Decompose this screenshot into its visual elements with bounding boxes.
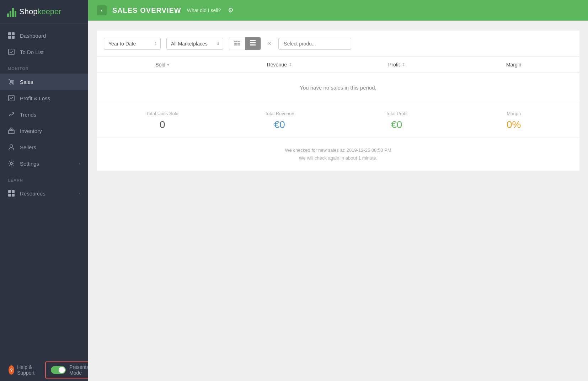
view-toggle-group xyxy=(229,37,261,50)
sidebar-item-sellers[interactable]: Sellers xyxy=(0,139,88,155)
sidebar-item-label: Profit & Loss xyxy=(20,95,50,101)
presentation-mode-toggle[interactable] xyxy=(51,366,66,374)
dashboard-icon xyxy=(8,32,15,39)
svg-rect-0 xyxy=(7,14,9,17)
svg-rect-32 xyxy=(250,40,256,41)
product-search-input[interactable] xyxy=(278,38,351,50)
svg-rect-31 xyxy=(237,44,240,45)
svg-rect-26 xyxy=(234,41,237,42)
help-label: Help & Support xyxy=(17,364,38,376)
svg-rect-25 xyxy=(12,194,15,197)
col-header-profit: Profit ⇕ xyxy=(338,62,455,68)
back-button[interactable]: ‹ xyxy=(97,5,107,15)
svg-rect-34 xyxy=(250,44,256,45)
sidebar: Shopkeeper Dashboard To Do xyxy=(0,0,88,381)
clear-filter-button[interactable]: × xyxy=(267,41,273,47)
sales-icon xyxy=(8,78,15,85)
sidebar-section-learn: LEARN xyxy=(0,172,88,185)
svg-line-15 xyxy=(11,98,12,98)
empty-message: You have no sales in this period. xyxy=(97,73,579,102)
summary-label-sold: Total Units Sold xyxy=(104,111,221,116)
svg-rect-23 xyxy=(12,190,15,193)
profit-loss-icon xyxy=(8,95,15,102)
sidebar-item-resources[interactable]: Resources ‹ xyxy=(0,185,88,202)
trends-icon xyxy=(8,111,15,118)
sidebar-item-label: Resources xyxy=(20,190,46,197)
topbar: ‹ SALES OVERVIEW What did I sell? ⚙ xyxy=(88,0,588,21)
logo-icon xyxy=(7,6,16,17)
svg-rect-22 xyxy=(8,190,11,193)
marketplace-wrapper: All Marketplaces Amazon UK Amazon DE Ama… xyxy=(166,38,223,50)
summary-label-revenue: Total Revenue xyxy=(221,111,338,116)
svg-rect-3 xyxy=(15,11,16,17)
sellers-icon xyxy=(8,144,15,151)
sort-icon[interactable]: ▾ xyxy=(167,62,169,67)
sidebar-item-label: Sales xyxy=(20,79,33,85)
todo-icon xyxy=(8,48,15,55)
svg-rect-19 xyxy=(11,128,12,129)
summary-value-revenue: €0 xyxy=(221,119,338,130)
sidebar-item-label: Sellers xyxy=(20,144,36,150)
summary-label-profit: Total Profit xyxy=(338,111,455,116)
sidebar-item-label: Inventory xyxy=(20,128,42,134)
svg-point-10 xyxy=(12,83,14,84)
sidebar-item-inventory[interactable]: Inventory xyxy=(0,123,88,139)
sidebar-item-dashboard[interactable]: Dashboard xyxy=(0,27,88,44)
sidebar-item-sales[interactable]: Sales xyxy=(0,74,88,90)
summary-row: Total Units Sold 0 Total Revenue €0 Tota… xyxy=(97,102,579,138)
sidebar-item-todo[interactable]: To Do List xyxy=(0,44,88,60)
svg-line-14 xyxy=(10,98,11,100)
table-header: Sold ▾ Revenue ⇕ Profit ⇕ Margin xyxy=(97,57,579,73)
sort-icon[interactable]: ⇕ xyxy=(402,62,405,67)
sidebar-item-label: To Do List xyxy=(20,49,44,55)
sidebar-item-label: Trends xyxy=(20,112,36,118)
check-time: We checked for new sales at: 2019-12-25 … xyxy=(97,138,579,171)
col-header-sold: Sold ▾ xyxy=(104,62,221,68)
resources-icon xyxy=(8,190,15,197)
date-range-wrapper: Year to Date Today Yesterday Last 7 Days… xyxy=(104,38,161,50)
svg-rect-6 xyxy=(8,36,11,39)
summary-value-margin: 0% xyxy=(455,119,573,130)
svg-rect-29 xyxy=(237,43,240,44)
svg-rect-33 xyxy=(250,42,256,43)
sidebar-item-label: Dashboard xyxy=(20,33,46,39)
list-view-button[interactable] xyxy=(229,37,245,50)
sidebar-item-settings[interactable]: Settings ‹ xyxy=(0,155,88,172)
svg-rect-7 xyxy=(12,36,15,39)
settings-gear-icon[interactable]: ⚙ xyxy=(228,6,234,14)
svg-point-20 xyxy=(10,145,13,147)
svg-point-9 xyxy=(10,83,11,84)
svg-line-16 xyxy=(12,97,13,98)
logo-keeper: keeper xyxy=(37,7,61,16)
summary-label-margin: Margin xyxy=(455,111,573,116)
summary-value-profit: €0 xyxy=(338,119,455,130)
logo: Shopkeeper xyxy=(0,0,88,24)
svg-rect-24 xyxy=(8,194,11,197)
sidebar-item-label: Settings xyxy=(20,161,39,167)
logo-shop: Shop xyxy=(19,7,37,16)
filter-bar: Year to Date Today Yesterday Last 7 Days… xyxy=(97,31,579,57)
bottom-bar: ? Help & Support Presentation Mode ? xyxy=(0,359,88,381)
marketplace-select[interactable]: All Marketplaces Amazon UK Amazon DE Ama… xyxy=(166,38,223,50)
settings-icon xyxy=(8,160,15,167)
date-range-select[interactable]: Year to Date Today Yesterday Last 7 Days… xyxy=(104,38,161,50)
logo-text: Shopkeeper xyxy=(19,7,62,16)
sort-icon[interactable]: ⇕ xyxy=(289,62,292,67)
svg-rect-4 xyxy=(8,32,11,35)
sidebar-section-monitor: MONITOR xyxy=(0,60,88,74)
sidebar-nav: Dashboard To Do List MONITOR xyxy=(0,24,88,359)
help-support-button[interactable]: ? Help & Support xyxy=(9,364,38,376)
sidebar-item-profit-loss[interactable]: Profit & Loss xyxy=(0,90,88,106)
sidebar-item-trends[interactable]: Trends xyxy=(0,106,88,123)
grid-view-button[interactable] xyxy=(245,37,261,50)
page-title: SALES OVERVIEW xyxy=(112,6,181,15)
svg-rect-27 xyxy=(237,41,240,42)
summary-sold: Total Units Sold 0 xyxy=(104,111,221,130)
col-header-revenue: Revenue ⇕ xyxy=(221,62,338,68)
page-subtitle: What did I sell? xyxy=(187,7,221,13)
main-area: ‹ SALES OVERVIEW What did I sell? ⚙ Year… xyxy=(88,0,588,381)
summary-value-sold: 0 xyxy=(104,119,221,130)
sales-table: Year to Date Today Yesterday Last 7 Days… xyxy=(97,31,579,171)
summary-margin: Margin 0% xyxy=(455,111,573,130)
svg-rect-2 xyxy=(12,8,14,17)
